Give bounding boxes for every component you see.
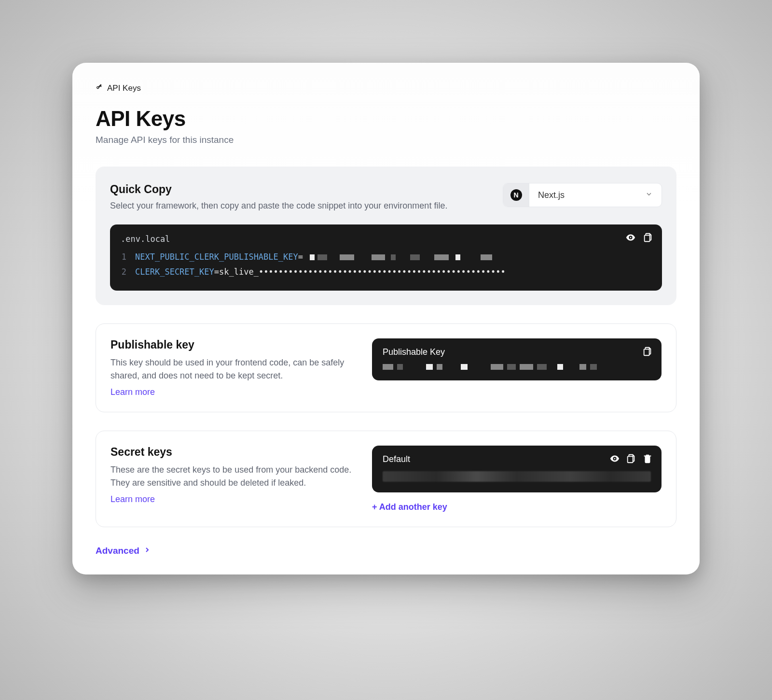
- env-var-value: sk_live_••••••••••••••••••••••••••••••••…: [219, 267, 506, 277]
- publishable-key-panel: Publishable key This key should be used …: [96, 323, 676, 412]
- reveal-icon[interactable]: [609, 453, 620, 466]
- page-subtitle: Manage API keys for this instance: [96, 135, 676, 145]
- copy-icon[interactable]: [643, 232, 653, 245]
- api-keys-card: API Keys API Keys Manage API keys for th…: [72, 63, 700, 574]
- page-title: API Keys: [96, 107, 676, 131]
- learn-more-link[interactable]: Learn more: [110, 494, 155, 504]
- publishable-title: Publishable key: [110, 338, 353, 351]
- publishable-key-box: Publishable Key: [372, 338, 662, 380]
- trash-icon[interactable]: [642, 453, 653, 466]
- framework-icon: N: [503, 183, 529, 207]
- quick-copy-panel: Quick Copy Select your framework, then c…: [96, 167, 676, 305]
- copy-icon[interactable]: [642, 346, 653, 359]
- env-var-name: NEXT_PUBLIC_CLERK_PUBLISHABLE_KEY: [135, 252, 298, 262]
- line-number: 2: [121, 265, 126, 280]
- reveal-icon[interactable]: [625, 232, 636, 245]
- redacted-key: [383, 364, 651, 370]
- add-another-key-button[interactable]: + Add another key: [372, 502, 447, 512]
- code-filename: .env.local: [121, 234, 651, 244]
- learn-more-link[interactable]: Learn more: [110, 387, 155, 397]
- quick-copy-title: Quick Copy: [110, 183, 447, 196]
- secret-key-box: Default: [372, 446, 662, 492]
- secret-title: Secret keys: [110, 446, 353, 459]
- framework-label: Next.js: [529, 190, 636, 200]
- key-box-title: Publishable Key: [383, 347, 651, 357]
- copy-icon[interactable]: [626, 453, 636, 466]
- advanced-label: Advanced: [96, 546, 139, 556]
- secret-keys-panel: Secret keys These are the secret keys to…: [96, 431, 676, 527]
- chevron-down-icon: [636, 190, 662, 200]
- key-icon: [96, 83, 103, 93]
- quick-copy-subtitle: Select your framework, then copy and pas…: [110, 201, 447, 211]
- breadcrumb: API Keys: [96, 83, 676, 93]
- redacted-secret-key: [383, 471, 651, 482]
- redacted-value: [310, 254, 492, 260]
- chevron-right-icon: [143, 546, 151, 556]
- code-line-1: 1 NEXT_PUBLIC_CLERK_PUBLISHABLE_KEY=: [121, 250, 651, 265]
- code-line-2: 2 CLERK_SECRET_KEY=sk_live_•••••••••••••…: [121, 265, 651, 280]
- env-var-name: CLERK_SECRET_KEY: [135, 267, 214, 277]
- advanced-toggle[interactable]: Advanced: [96, 546, 151, 556]
- framework-select[interactable]: N Next.js: [503, 183, 662, 207]
- breadcrumb-label: API Keys: [107, 84, 141, 93]
- code-snippet: .env.local 1 NEXT_PUBLIC_CLERK_PUBLISHAB…: [110, 224, 662, 291]
- secret-desc: These are the secret keys to be used fro…: [110, 463, 353, 490]
- publishable-desc: This key should be used in your frontend…: [110, 356, 353, 382]
- line-number: 1: [121, 250, 126, 265]
- nextjs-icon: N: [510, 189, 522, 201]
